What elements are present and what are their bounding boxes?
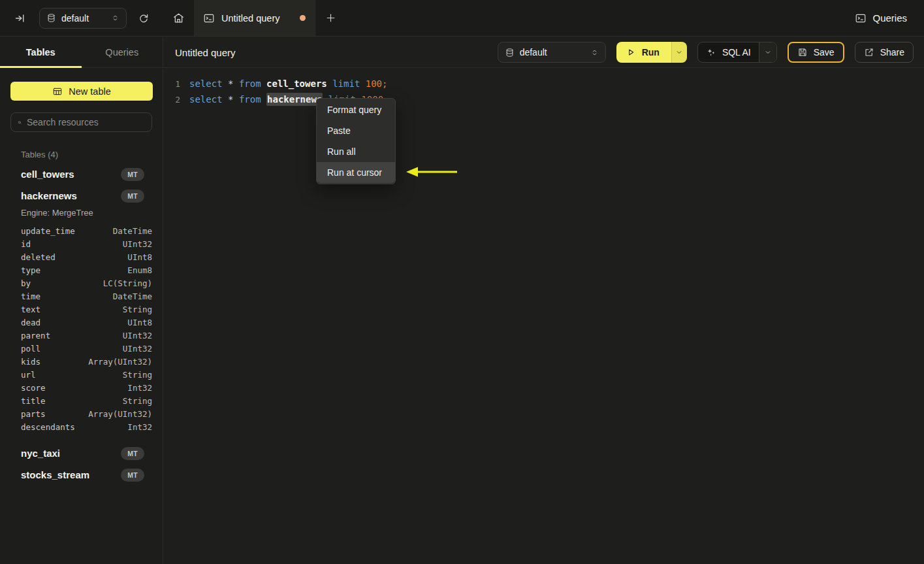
column-row: textString: [21, 303, 152, 316]
table-icon: [52, 86, 63, 97]
table-name: hackernews: [21, 190, 77, 201]
column-row: scoreInt32: [21, 381, 152, 394]
column-name: url: [21, 370, 36, 380]
refresh-icon: [138, 12, 150, 24]
code-token: limit: [332, 78, 366, 89]
sql-ai-button[interactable]: SQL AI: [698, 42, 759, 62]
search-input[interactable]: [27, 117, 145, 127]
sql-ai-dropdown-button[interactable]: [759, 42, 776, 62]
column-type: Array(UInt32): [88, 409, 152, 419]
sidebar: New table Tables (4) cell_towersMThacker…: [0, 69, 163, 564]
column-row: partsArray(UInt32): [21, 407, 152, 420]
engine-badge: MT: [121, 469, 144, 482]
column-type: Int32: [127, 422, 152, 432]
query-tab[interactable]: Untitled query: [194, 0, 315, 36]
context-menu: Format queryPasteRun allRun at cursor: [316, 98, 396, 184]
column-row: deletedUInt8: [21, 250, 152, 263]
terminal-icon: [203, 12, 215, 24]
sidebar-header: default: [0, 0, 163, 36]
collapse-sidebar-button[interactable]: [12, 9, 30, 27]
column-type: UInt32: [123, 331, 152, 340]
queries-button[interactable]: Queries: [855, 12, 907, 24]
code-lines: 1select * from cell_towers limit 100;2se…: [164, 76, 924, 107]
code-editor[interactable]: 1select * from cell_towers limit 100;2se…: [164, 69, 924, 564]
tables-list: cell_towersMThackernewsMTEngine: MergeTr…: [10, 163, 152, 486]
engine-label: Engine: MergeTree: [21, 207, 152, 224]
code-line[interactable]: 1select * from cell_towers limit 100;: [164, 76, 924, 91]
sidebar-tabs: Tables Queries: [0, 37, 163, 67]
code-token: from: [239, 94, 266, 105]
run-button[interactable]: Run: [616, 42, 671, 63]
home-button[interactable]: [163, 0, 194, 36]
column-row: descendantsInt32: [21, 420, 152, 433]
code-line[interactable]: 2select * from hackernews limit 1000: [164, 91, 924, 107]
plus-icon: [325, 12, 336, 24]
column-name: deleted: [21, 252, 56, 262]
engine-badge: MT: [121, 447, 144, 460]
table-item-cell_towers[interactable]: cell_towersMT: [21, 163, 152, 185]
engine-badge: MT: [121, 190, 144, 203]
database-icon: [505, 48, 515, 58]
column-type: UInt32: [123, 239, 152, 249]
code-token: cell_towers: [266, 78, 332, 89]
top-right: Queries: [855, 0, 924, 36]
refresh-button[interactable]: [135, 9, 153, 27]
toolbar-database-selector[interactable]: default: [498, 42, 606, 63]
code-token: from: [239, 78, 266, 89]
menu-item-run-at-cursor[interactable]: Run at cursor: [317, 162, 395, 183]
sidebar-tab-tables[interactable]: Tables: [0, 37, 82, 67]
play-icon: [626, 47, 636, 58]
column-type: DateTime: [113, 291, 152, 301]
column-row: byLC(String): [21, 276, 152, 290]
chevron-updown-icon: [111, 13, 119, 23]
sidebar-tab-queries[interactable]: Queries: [82, 37, 163, 67]
menu-item-run-all[interactable]: Run all: [317, 141, 395, 162]
column-type: Enum8: [127, 265, 152, 275]
save-button[interactable]: Save: [788, 42, 844, 63]
table-item-stocks_stream[interactable]: stocks_streamMT: [21, 464, 152, 486]
column-row: typeEnum8: [21, 263, 152, 276]
column-name: update_time: [21, 226, 75, 236]
database-selector[interactable]: default: [39, 8, 127, 29]
editor-title: Untitled query: [175, 47, 236, 58]
column-row: timeDateTime: [21, 290, 152, 303]
table-name: cell_towers: [21, 169, 74, 180]
column-name: descendants: [21, 422, 75, 432]
engine-badge: MT: [121, 168, 144, 181]
run-label: Run: [642, 47, 660, 58]
table-item-hackernews[interactable]: hackernewsMT: [21, 185, 152, 207]
menu-item-paste[interactable]: Paste: [317, 120, 395, 141]
search-icon: [18, 118, 22, 127]
new-table-button[interactable]: New table: [10, 82, 153, 101]
search-box: [10, 112, 152, 132]
share-label: Share: [880, 47, 904, 58]
second-row: Tables Queries Untitled query default: [0, 37, 924, 68]
column-type: String: [123, 305, 152, 314]
run-dropdown-button[interactable]: [671, 42, 687, 63]
column-row: update_timeDateTime: [21, 224, 152, 237]
code-token: 100;: [366, 78, 388, 89]
share-icon: [864, 47, 874, 58]
column-row: titleString: [21, 394, 152, 407]
column-row: urlString: [21, 368, 152, 381]
sql-ai-label: SQL AI: [722, 47, 751, 58]
column-type: Int32: [127, 383, 152, 393]
tab-strip: Untitled query: [163, 0, 345, 36]
table-item-nyc_taxi[interactable]: nyc_taxiMT: [21, 442, 152, 464]
save-icon: [797, 47, 808, 58]
column-name: title: [21, 396, 46, 406]
share-button[interactable]: Share: [855, 42, 914, 63]
chevron-down-icon: [675, 48, 683, 56]
editor-header: Untitled query default Run: [163, 37, 924, 67]
home-icon: [172, 12, 185, 24]
new-table-label: New table: [69, 86, 110, 97]
column-name: poll: [21, 344, 40, 354]
run-button-group: Run: [616, 42, 687, 63]
column-name: by: [21, 278, 31, 288]
sparkles-icon: [706, 47, 716, 58]
tables-section-label: Tables (4): [21, 150, 152, 159]
column-type: UInt8: [127, 252, 152, 262]
toolbar-database-value: default: [520, 47, 585, 58]
new-tab-button[interactable]: [315, 0, 345, 36]
menu-item-format-query[interactable]: Format query: [317, 99, 395, 120]
